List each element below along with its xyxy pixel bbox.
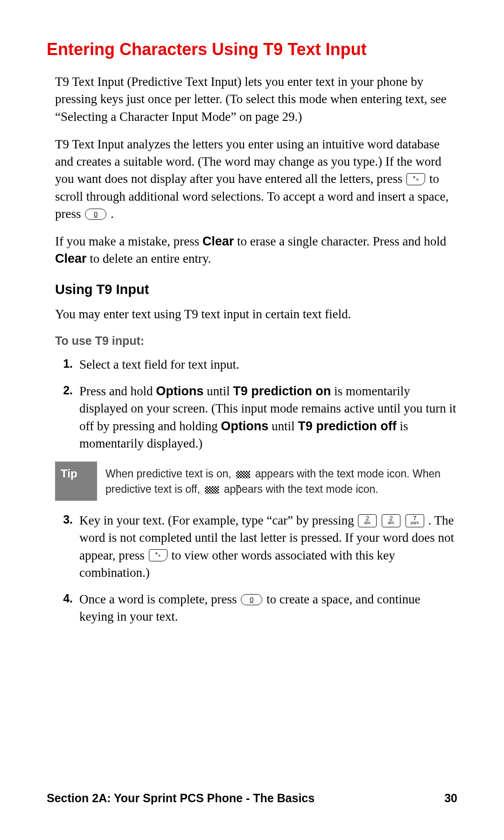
list-item: 1. Select a text field for text input. [55, 356, 457, 373]
s3-a: Key in your text. (For example, type “ca… [79, 513, 357, 527]
p2-text-a: T9 Text Input analyzes the letters you e… [55, 137, 441, 186]
key-letters: abc [382, 521, 400, 525]
star-key-icon: *ₓ [149, 549, 168, 561]
step-number: 2. [55, 383, 79, 452]
sub-intro: You may enter text using T9 text input i… [47, 306, 457, 323]
ordered-list-cont: 3. Key in your text. (For example, type … [47, 512, 457, 626]
t9-on-label: T9 prediction on [233, 384, 331, 398]
intro-paragraph-2: T9 Text Input analyzes the letters you e… [47, 136, 457, 223]
key-2-icon: 2abc [358, 514, 377, 527]
step-number: 1. [55, 356, 79, 373]
step-body: Once a word is complete, press 0 to crea… [79, 591, 457, 626]
intro-paragraph-3: If you make a mistake, press Clear to er… [47, 233, 457, 268]
tip-c: appears with the text mode icon. [224, 483, 378, 495]
t9-off-label: T9 prediction off [298, 419, 397, 433]
p2-text-c: . [111, 207, 114, 221]
clear-label: Clear [203, 234, 234, 248]
instruction-heading: To use T9 input: [55, 334, 457, 348]
footer-section: Section 2A: Your Sprint PCS Phone - The … [47, 791, 315, 805]
s2-d: until [272, 419, 298, 433]
tip-text: When predictive text is on, appears with… [97, 462, 457, 497]
options-label-2: Options [221, 419, 268, 433]
s2-a: Press and hold [79, 384, 156, 398]
tip-label: Tip [55, 462, 97, 501]
main-heading: Entering Characters Using T9 Text Input [47, 40, 457, 59]
key-letters: abc [358, 521, 376, 525]
s4-a: Once a word is complete, press [79, 592, 240, 606]
footer-page-number: 30 [444, 791, 457, 805]
star-key-icon: *ₓ [406, 173, 425, 185]
clear-label-2: Clear [55, 252, 87, 266]
key-2-icon: 2abc [382, 514, 400, 527]
list-item: 4. Once a word is complete, press 0 to c… [55, 591, 457, 626]
step-body: Press and hold Options until T9 predicti… [79, 383, 457, 452]
p3-text-a: If you make a mistake, press [55, 234, 203, 248]
zero-key-icon: 0 [85, 209, 106, 220]
document-page: Entering Characters Using T9 Text Input … [0, 0, 504, 626]
page-footer: Section 2A: Your Sprint PCS Phone - The … [47, 791, 457, 805]
key-7-icon: 7pqrs [406, 514, 424, 527]
list-item: 3. Key in your text. (For example, type … [55, 512, 457, 581]
predictive-on-icon [236, 471, 250, 478]
zero-key-icon: 0 [241, 594, 262, 605]
key-letters: pqrs [406, 521, 424, 525]
tip-a: When predictive text is on, [105, 468, 234, 480]
step-number: 3. [55, 512, 79, 581]
s2-b: until [207, 384, 233, 398]
p3-text-c: to delete an entire entry. [90, 252, 211, 266]
intro-paragraph-1: T9 Text Input (Predictive Text Input) le… [47, 73, 457, 126]
p3-text-b: to erase a single character. Press and h… [237, 234, 446, 248]
ordered-list: 1. Select a text field for text input. 2… [47, 356, 457, 452]
list-item: 2. Press and hold Options until T9 predi… [55, 383, 457, 452]
options-label: Options [156, 384, 203, 398]
step-body: Key in your text. (For example, type “ca… [79, 512, 457, 581]
tip-box: Tip When predictive text is on, appears … [55, 462, 457, 501]
step-number: 4. [55, 591, 79, 626]
sub-heading: Using T9 Input [55, 282, 457, 297]
predictive-off-icon [205, 486, 219, 494]
step-body: Select a text field for text input. [79, 356, 457, 373]
